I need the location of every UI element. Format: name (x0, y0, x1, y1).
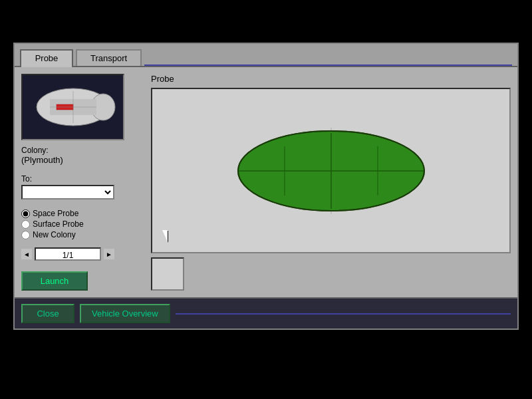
probe-display (151, 88, 511, 253)
probe-thumbnail (151, 257, 184, 291)
colony-label: Colony: (21, 146, 144, 155)
radio-space-probe[interactable]: Space Probe (21, 209, 144, 218)
tab-probe[interactable]: Probe (20, 49, 73, 67)
radio-surface-probe[interactable]: Surface Probe (21, 219, 144, 229)
colony-name: (Plymouth) (21, 155, 144, 165)
destination-dropdown[interactable] (21, 185, 114, 200)
left-panel: Colony: (Plymouth) To: Space Probe (21, 74, 144, 291)
to-section: To: (21, 170, 144, 200)
radio-new-colony[interactable]: New Colony (21, 230, 144, 239)
tab-line (144, 65, 512, 66)
radio-surface-probe-input[interactable] (21, 220, 30, 229)
content-area: Colony: (Plymouth) To: Space Probe (15, 67, 517, 297)
tab-transport[interactable]: Transport (76, 49, 142, 66)
bottom-bar: Close Vehicle Overview (15, 297, 517, 329)
nav-row: ◄ 1/1 ► (21, 247, 144, 261)
radio-space-probe-input[interactable] (21, 209, 30, 218)
vehicle-overview-button[interactable]: Vehicle Overview (80, 304, 170, 323)
radio-new-colony-label: New Colony (33, 230, 76, 239)
right-panel: Probe (151, 74, 511, 291)
probe-title: Probe (151, 74, 511, 84)
launch-button[interactable]: Launch (21, 271, 88, 291)
radio-surface-probe-label: Surface Probe (33, 219, 84, 229)
vehicle-image (21, 74, 124, 140)
cursor (162, 230, 168, 242)
radio-group: Space Probe Surface Probe New Colony (21, 209, 144, 239)
nav-next-button[interactable]: ► (104, 249, 114, 259)
colony-section: Colony: (Plymouth) (21, 146, 144, 165)
to-label: To: (21, 174, 144, 184)
dropdown-row (21, 185, 144, 200)
radio-new-colony-input[interactable] (21, 231, 30, 239)
bottom-line (176, 313, 511, 315)
close-button[interactable]: Close (21, 304, 74, 323)
radio-space-probe-label: Space Probe (33, 209, 78, 218)
tab-bar: Probe Transport (15, 44, 517, 67)
nav-display: 1/1 (35, 247, 101, 261)
nav-prev-button[interactable]: ◄ (21, 249, 32, 259)
dialog: Probe Transport (13, 43, 519, 330)
